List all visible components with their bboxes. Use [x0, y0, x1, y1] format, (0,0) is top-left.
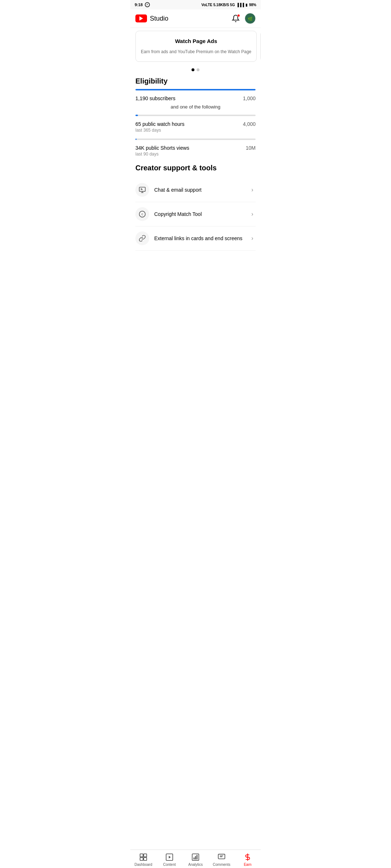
copyright-match-item[interactable]: c Copyright Match Tool › — [135, 202, 256, 226]
watch-hours-sublabel: last 365 days — [135, 128, 256, 133]
status-right: VoLTE 5.18KB/S 5G ▐▐▐ ▮ 98% — [201, 3, 256, 7]
shorts-feed-ads-card[interactable]: Shorts Feed Ads Earn from ads and YouTub… — [260, 31, 261, 62]
studio-title: Studio — [150, 15, 168, 22]
external-links-label: External links in cards and end screens — [154, 235, 249, 241]
dot-1[interactable] — [192, 68, 194, 71]
watch-hours-progress-fill — [135, 115, 138, 116]
notification-bell-icon[interactable] — [231, 14, 240, 23]
logo-area: Studio — [135, 14, 168, 22]
watch-page-ads-card[interactable]: Watch Page Ads Earn from ads and YouTube… — [135, 31, 257, 62]
status-bar: 9:18 ✓ VoLTE 5.18KB/S 5G ▐▐▐ ▮ 98% — [130, 0, 261, 9]
subscribers-label: 1,190 subscribers — [135, 95, 176, 101]
subscribers-progress-bg — [135, 89, 256, 90]
battery-icon: ▮ — [245, 3, 248, 7]
watch-hours-progress-bg — [135, 115, 256, 116]
watch-page-ads-desc: Earn from ads and YouTube Premium on the… — [141, 48, 251, 55]
shorts-views-row: 34K public Shorts views 10M — [135, 145, 256, 151]
external-links-chevron-icon: › — [249, 235, 256, 242]
subscribers-progress-fill — [135, 89, 256, 90]
header-icons: 🌿 — [231, 13, 256, 24]
carousel-dots — [130, 65, 261, 77]
chat-email-label: Chat & email support — [154, 187, 249, 193]
subscribers-progress-row: 1,190 subscribers 1,000 — [135, 95, 256, 101]
shorts-views-label: 34K public Shorts views — [135, 145, 189, 151]
shorts-views-progress-fill — [135, 139, 136, 140]
shorts-views-sublabel: last 90 days — [135, 152, 256, 157]
creator-tools-title: Creator support & tools — [135, 164, 256, 172]
shorts-views-item: 34K public Shorts views 10M last 90 days — [135, 139, 256, 157]
watch-page-ads-title: Watch Page Ads — [141, 38, 251, 45]
creator-tools-section: Creator support & tools Chat & email sup… — [130, 164, 261, 251]
shorts-views-target: 10M — [246, 145, 256, 151]
shorts-views-progress-bg — [135, 139, 256, 140]
battery-percent: 98% — [249, 3, 256, 7]
watch-hours-label: 65 public watch hours — [135, 121, 184, 127]
status-left: 9:18 ✓ — [135, 2, 150, 7]
copyright-label: Copyright Match Tool — [154, 211, 249, 217]
dot-2[interactable] — [197, 68, 199, 71]
copyright-icon: c — [135, 207, 149, 221]
link-icon — [135, 231, 149, 245]
copyright-chevron-icon: › — [249, 211, 256, 217]
cards-section: Watch Page Ads Earn from ads and YouTube… — [130, 28, 261, 65]
whatsapp-icon: ✓ — [145, 2, 150, 7]
header: Studio 🌿 — [130, 9, 261, 28]
chat-email-chevron-icon: › — [249, 187, 256, 193]
notification-dot — [237, 14, 240, 17]
chat-email-icon — [135, 183, 149, 197]
svg-text:🌿: 🌿 — [248, 16, 253, 21]
chat-email-support-item[interactable]: Chat & email support › — [135, 178, 256, 202]
and-text: and one of the following — [135, 104, 256, 110]
watch-hours-target: 4,000 — [243, 121, 256, 127]
watch-hours-row: 65 public watch hours 4,000 — [135, 121, 256, 127]
signal-icon: ▐▐▐ — [236, 3, 244, 7]
external-links-item[interactable]: External links in cards and end screens … — [135, 226, 256, 251]
status-time: 9:18 — [135, 3, 143, 7]
eligibility-title: Eligibility — [135, 77, 256, 85]
youtube-logo-icon — [135, 14, 147, 22]
eligibility-section: Eligibility 1,190 subscribers 1,000 and … — [130, 77, 261, 157]
cards-row: Watch Page Ads Earn from ads and YouTube… — [135, 28, 261, 65]
svg-text:c: c — [142, 212, 143, 216]
watch-hours-item: 65 public watch hours 4,000 last 365 day… — [135, 115, 256, 133]
avatar[interactable]: 🌿 — [245, 13, 256, 24]
network-info: VoLTE 5.18KB/S 5G — [201, 3, 235, 7]
subscribers-target: 1,000 — [243, 95, 256, 101]
